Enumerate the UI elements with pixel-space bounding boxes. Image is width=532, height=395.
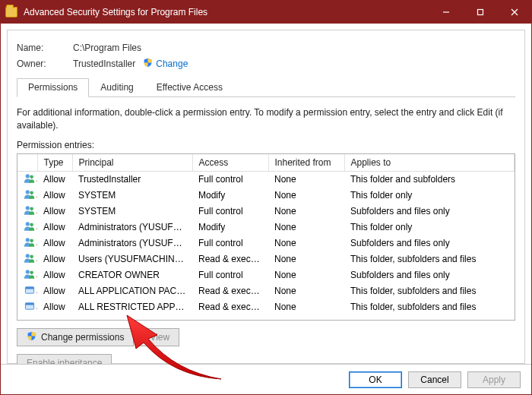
cell-applies: This folder and subfolders: [344, 171, 515, 188]
cell-inherited: None: [268, 299, 344, 315]
table-row[interactable]: AllowAdministrators (YUSUFMACH…Full cont…: [17, 235, 515, 251]
folder-icon: [5, 7, 17, 17]
cell-access: Modify: [192, 188, 268, 204]
cell-access: Read & execute: [192, 251, 268, 267]
info-text: For additional information, double-click…: [17, 106, 515, 132]
name-label: Name:: [17, 43, 73, 53]
table-row[interactable]: AllowSYSTEMModifyNoneThis folder only: [17, 188, 515, 204]
cell-access: Full control: [192, 235, 268, 251]
table-row[interactable]: AllowALL APPLICATION PACKAGESRead & exec…: [17, 283, 515, 299]
close-button[interactable]: [497, 1, 531, 24]
tab-label: Auditing: [100, 82, 133, 93]
col-type[interactable]: Type: [37, 154, 72, 172]
svg-point-7: [30, 191, 33, 194]
cell-principal: Administrators (YUSUFMACH…: [72, 220, 192, 235]
row-icon: [17, 235, 37, 251]
svg-point-8: [26, 206, 30, 210]
svg-point-13: [30, 239, 33, 242]
cell-principal: CREATOR OWNER: [72, 267, 192, 283]
table-row[interactable]: AllowTrustedInstallerFull controlNoneThi…: [17, 171, 515, 188]
window: Advanced Security Settings for Program F…: [0, 0, 532, 395]
svg-point-6: [26, 190, 30, 194]
cell-type: Allow: [37, 171, 72, 188]
principal-icon: [24, 301, 36, 313]
svg-rect-1: [477, 10, 483, 15]
shield-icon: [27, 331, 36, 343]
cell-access: Full control: [192, 204, 268, 220]
cell-applies: This folder, subfolders and files: [344, 283, 515, 299]
col-icon[interactable]: [17, 154, 37, 172]
cell-applies: Subfolders and files only: [344, 204, 515, 220]
cell-access: Read & execute: [192, 299, 268, 315]
ok-button[interactable]: OK: [349, 371, 402, 388]
cell-principal: ALL APPLICATION PACKAGES: [72, 283, 192, 299]
table-header-row: Type Principal Access Inherited from App…: [17, 154, 515, 172]
cell-principal: TrustedInstaller: [72, 171, 192, 188]
principal-icon: [24, 221, 36, 233]
principal-icon: [24, 173, 36, 185]
tab-auditing[interactable]: Auditing: [89, 78, 144, 97]
svg-rect-21: [25, 302, 33, 305]
col-applies[interactable]: Applies to: [344, 154, 515, 172]
cell-type: Allow: [37, 267, 72, 283]
svg-point-11: [30, 223, 33, 226]
cell-type: Allow: [37, 235, 72, 251]
svg-point-9: [30, 207, 33, 210]
cell-applies: This folder only: [344, 188, 515, 204]
table-row[interactable]: AllowSYSTEMFull controlNoneSubfolders an…: [17, 204, 515, 220]
principal-icon: [24, 253, 36, 265]
cell-access: Read & execute: [192, 283, 268, 299]
owner-row: Owner: TrustedInstaller Change: [17, 58, 515, 70]
cell-applies: This folder, subfolders and files: [344, 299, 515, 315]
principal-icon: [24, 189, 36, 201]
cell-applies: This folder only: [344, 220, 515, 235]
tab-effective-access[interactable]: Effective Access: [145, 78, 234, 97]
svg-point-5: [30, 175, 33, 178]
button-label: View: [150, 332, 169, 343]
svg-point-15: [30, 254, 33, 258]
col-inherited[interactable]: Inherited from: [268, 154, 344, 172]
minimize-button[interactable]: [429, 1, 463, 24]
change-owner-link[interactable]: Change: [156, 58, 188, 69]
table-row[interactable]: AllowALL RESTRICTED APPLICATIO…Read & ex…: [17, 299, 515, 315]
row-icon: [17, 220, 37, 235]
change-permissions-button[interactable]: Change permissions: [17, 328, 134, 346]
dialog-buttons: OK Cancel Apply: [1, 364, 531, 394]
cell-type: Allow: [37, 204, 72, 220]
cell-applies: Subfolders and files only: [344, 235, 515, 251]
cancel-button[interactable]: Cancel: [408, 371, 461, 388]
cell-inherited: None: [268, 235, 344, 251]
svg-point-10: [26, 222, 30, 226]
cell-principal: SYSTEM: [72, 188, 192, 204]
titlebar: Advanced Security Settings for Program F…: [1, 1, 531, 24]
svg-point-12: [26, 238, 30, 242]
permissions-table[interactable]: Type Principal Access Inherited from App…: [17, 153, 515, 321]
apply-button[interactable]: Apply: [467, 371, 521, 388]
col-access[interactable]: Access: [192, 154, 268, 172]
shield-icon: [143, 58, 153, 70]
cell-access: Full control: [192, 171, 268, 188]
cell-type: Allow: [37, 251, 72, 267]
content-frame: Name: C:\Program Files Owner: TrustedIns…: [7, 30, 525, 364]
cell-type: Allow: [37, 188, 72, 204]
cell-principal: ALL RESTRICTED APPLICATIO…: [72, 299, 192, 315]
col-principal[interactable]: Principal: [72, 154, 192, 172]
owner-label: Owner:: [17, 58, 73, 69]
row-icon: [17, 251, 37, 267]
row-icon: [17, 299, 37, 315]
view-button[interactable]: View: [140, 328, 179, 346]
name-row: Name: C:\Program Files: [17, 43, 515, 53]
cell-applies: Subfolders and files only: [344, 267, 515, 283]
cell-inherited: None: [268, 171, 344, 188]
table-row[interactable]: AllowCREATOR OWNERFull controlNoneSubfol…: [17, 267, 515, 283]
button-label: Change permissions: [41, 332, 124, 343]
window-controls: [429, 1, 531, 24]
svg-point-14: [26, 254, 30, 258]
table-row[interactable]: AllowAdministrators (YUSUFMACH…ModifyNon…: [17, 220, 515, 235]
maximize-button[interactable]: [463, 1, 497, 24]
tab-permissions[interactable]: Permissions: [17, 78, 89, 97]
action-buttons: Change permissions View: [17, 328, 515, 346]
table-row[interactable]: AllowUsers (YUSUFMACHINE\Users)Read & ex…: [17, 251, 515, 267]
cell-applies: This folder, subfolders and files: [344, 251, 515, 267]
svg-point-17: [30, 270, 33, 273]
